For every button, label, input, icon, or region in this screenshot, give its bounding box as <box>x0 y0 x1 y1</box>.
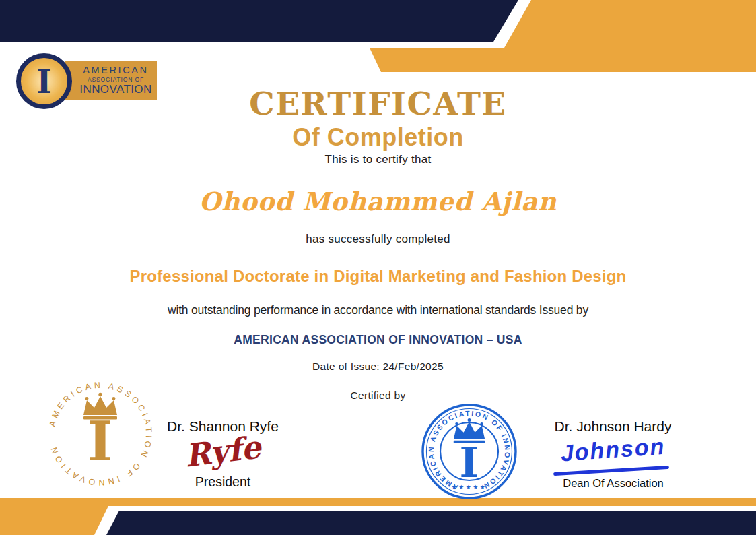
right-signatory-name: Dr. Johnson Hardy <box>544 418 682 435</box>
certificate-subtitle: Of Completion <box>0 123 756 152</box>
gold-crown-seal: AMERICAN ASSOCIATION OF INNOVATION I <box>39 375 162 497</box>
issuer-line: AMERICAN ASSOCIATION OF INNOVATION – USA <box>0 333 756 347</box>
top-navy-band <box>0 0 518 42</box>
top-gold-band <box>370 0 756 72</box>
blue-seal-letter-i: I <box>459 438 479 487</box>
right-signatory-role: Dean Of Association <box>542 477 685 490</box>
bottom-navy-band <box>106 511 756 535</box>
completion-line: has successfully completed <box>0 232 756 246</box>
certificate-title: CERTIFICATE <box>0 85 756 122</box>
logo-wordmark-line2: ASSOCIATION OF <box>88 77 144 83</box>
left-signatory-role: President <box>156 474 290 490</box>
right-signature: Johnson <box>543 432 683 468</box>
standards-line: with outstanding performance in accordan… <box>0 303 756 317</box>
blue-stamp-seal: AMERICAN ASSOCIATION OF INNOVATION ★★★★★… <box>418 398 520 503</box>
logo-wordmark-line1: AMERICAN <box>83 65 148 75</box>
right-signature-underline <box>553 466 669 476</box>
gold-seal-letter-i: I <box>88 410 112 473</box>
bottom-gold-band <box>0 498 756 535</box>
course-title: Professional Doctorate in Digital Market… <box>0 267 756 286</box>
issue-date-line: Date of Issue: 24/Feb/2025 <box>0 360 756 373</box>
bottom-white-gap <box>94 506 756 535</box>
certificate-page: AMERICAN ASSOCIATION OF INNOVATION I CER… <box>0 0 756 535</box>
recipient-name: Ohood Mohammed Ajlan <box>0 187 756 216</box>
certify-line: This is to certify that <box>0 153 756 166</box>
